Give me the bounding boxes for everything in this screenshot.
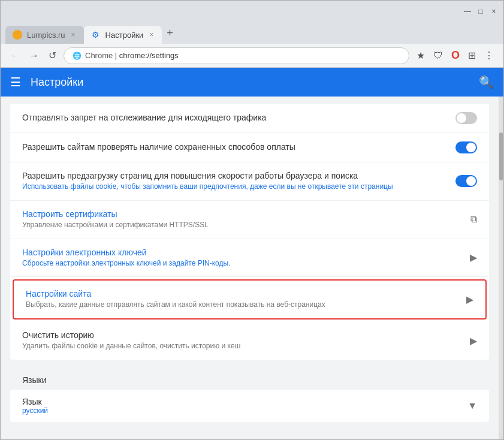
setting-site-settings-text: Настройки сайта Выбрать, какие данные от… — [26, 289, 457, 310]
setting-smart-keys-text: Настройки электронных ключей Сбросьте на… — [22, 248, 460, 269]
setting-certificates[interactable]: Настроить сертификаты Управление настрой… — [10, 201, 489, 239]
url-path-part: chrome://settings — [119, 51, 179, 60]
settings-content: Отправлять запрет на отслеживание для ис… — [1, 97, 499, 439]
url-bar[interactable]: 🌐 Chrome | chrome://settings — [64, 47, 409, 64]
setting-payment-text: Разрешить сайтам проверять наличие сохра… — [22, 142, 446, 153]
settings-card-privacy: Отправлять запрет на отслеживание для ис… — [10, 104, 489, 360]
setting-certificates-control[interactable]: ⧉ — [470, 214, 477, 225]
browser-window: — □ × Lumpics.ru × ⚙ Настройки × + ← → ↺… — [0, 0, 504, 440]
setting-site-settings-control[interactable]: ▶ — [466, 294, 473, 305]
setting-do-not-track-title: Отправлять запрет на отслеживание для ис… — [22, 113, 446, 122]
setting-smart-keys[interactable]: Настройки электронных ключей Сбросьте на… — [10, 239, 489, 278]
scrollbar[interactable] — [499, 97, 503, 439]
app-title: Настройки — [31, 76, 83, 89]
settings-favicon: ⚙ — [91, 30, 101, 40]
setting-payment-control[interactable] — [455, 141, 477, 153]
setting-certificates-title: Настроить сертификаты — [22, 209, 461, 219]
title-bar: — □ × — [1, 1, 503, 22]
tab-settings[interactable]: ⚙ Настройки × — [84, 26, 162, 44]
url-chrome-part: Chrome — [85, 51, 113, 60]
address-bar: ← → ↺ 🌐 Chrome | chrome://settings ★ 🛡 O… — [1, 44, 503, 68]
language-item[interactable]: Язык русский ▼ — [10, 390, 489, 422]
setting-smart-keys-subtitle: Сбросьте настройки электронных ключей и … — [22, 258, 460, 269]
url-text: Chrome | chrome://settings — [85, 51, 179, 60]
setting-preload-subtitle: Использовать файлы cookie, чтобы запомни… — [22, 182, 446, 192]
preload-toggle[interactable] — [455, 175, 477, 187]
bookmark-icon[interactable]: ★ — [414, 47, 427, 64]
setting-do-not-track-control[interactable] — [455, 112, 477, 124]
scrollbar-thumb[interactable] — [499, 132, 503, 180]
setting-clear-history-subtitle: Удалить файлы cookie и данные сайтов, оч… — [22, 341, 460, 351]
setting-preload-title: Разрешить предзагрузку страниц для повыш… — [22, 171, 446, 180]
main-content: Отправлять запрет на отслеживание для ис… — [1, 97, 503, 439]
language-item-text: Язык русский — [22, 397, 467, 415]
external-link-icon: ⧉ — [470, 214, 477, 224]
tab-lumpics[interactable]: Lumpics.ru × — [5, 26, 84, 44]
window-controls: — □ × — [463, 7, 499, 16]
language-title: Язык — [22, 397, 467, 406]
setting-site-settings[interactable]: Настройки сайта Выбрать, какие данные от… — [13, 279, 487, 320]
menu-dots-icon[interactable]: ⋮ — [482, 47, 496, 64]
setting-smart-keys-title: Настройки электронных ключей — [22, 248, 460, 257]
setting-site-settings-title: Настройки сайта — [26, 289, 457, 299]
tabs-bar: Lumpics.ru × ⚙ Настройки × + — [1, 22, 503, 44]
arrow-right-icon: ▶ — [470, 252, 477, 263]
setting-preload[interactable]: Разрешить предзагрузку страниц для повыш… — [10, 162, 489, 201]
forward-button[interactable]: → — [27, 48, 41, 64]
setting-do-not-track[interactable]: Отправлять запрет на отслеживание для ис… — [10, 104, 489, 133]
setting-clear-history[interactable]: Очистить историю Удалить файлы cookie и … — [10, 322, 489, 360]
setting-clear-history-control[interactable]: ▶ — [470, 335, 477, 346]
language-value: русский — [22, 406, 467, 415]
language-arrow-icon: ▼ — [467, 400, 477, 411]
lock-icon: 🌐 — [73, 52, 82, 60]
toolbar-icons: ★ 🛡 O ⊞ ⋮ — [414, 47, 496, 64]
setting-clear-history-text: Очистить историю Удалить файлы cookie и … — [22, 330, 460, 351]
search-icon[interactable]: 🔍 — [479, 75, 494, 89]
hamburger-icon[interactable]: ☰ — [10, 75, 21, 89]
maximize-button[interactable]: □ — [476, 7, 485, 16]
tab-lumpics-close[interactable]: × — [70, 29, 77, 40]
setting-payment-title: Разрешить сайтам проверять наличие сохра… — [22, 142, 446, 152]
arrow-right-icon-history: ▶ — [470, 336, 477, 346]
tab-lumpics-label: Lumpics.ru — [27, 31, 65, 40]
do-not-track-toggle[interactable] — [455, 112, 477, 124]
setting-do-not-track-text: Отправлять запрет на отслеживание для ис… — [22, 113, 446, 123]
setting-clear-history-title: Очистить историю — [22, 330, 460, 340]
shield-icon[interactable]: 🛡 — [431, 48, 445, 64]
setting-payment[interactable]: Разрешить сайтам проверять наличие сохра… — [10, 133, 489, 162]
minimize-button[interactable]: — — [463, 7, 472, 16]
setting-smart-keys-control[interactable]: ▶ — [470, 252, 477, 263]
tab-settings-label: Настройки — [105, 31, 144, 40]
setting-preload-text: Разрешить предзагрузку страниц для повыш… — [22, 171, 446, 192]
setting-certificates-subtitle: Управление настройками и сертификатами H… — [22, 220, 461, 230]
language-section-label: Языки — [1, 367, 499, 390]
app-header: ☰ Настройки 🔍 — [1, 68, 503, 97]
language-card: Язык русский ▼ — [10, 390, 489, 422]
setting-certificates-text: Настроить сертификаты Управление настрой… — [22, 209, 461, 230]
back-button[interactable]: ← — [8, 48, 22, 64]
new-tab-button[interactable]: + — [162, 27, 178, 40]
opera-icon[interactable]: O — [449, 47, 462, 64]
payment-toggle[interactable] — [455, 141, 477, 153]
tab-settings-close[interactable]: × — [148, 29, 155, 40]
close-button[interactable]: × — [489, 7, 499, 16]
arrow-right-icon-site: ▶ — [466, 294, 473, 305]
extensions-icon[interactable]: ⊞ — [466, 47, 478, 64]
setting-site-settings-subtitle: Выбрать, какие данные отправлять сайтам … — [26, 300, 457, 310]
setting-preload-control[interactable] — [455, 175, 477, 187]
reload-button[interactable]: ↺ — [46, 47, 59, 64]
lumpics-favicon — [13, 30, 22, 40]
